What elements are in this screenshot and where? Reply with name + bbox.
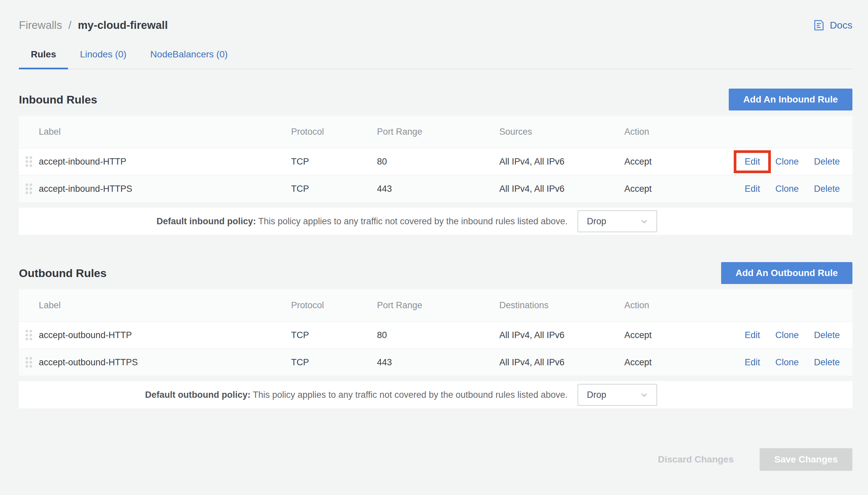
rule-port-range: 80 <box>377 157 499 167</box>
default-outbound-policy-description: This policy applies to any traffic not c… <box>253 390 568 400</box>
col-header-destinations: Destinations <box>499 300 624 310</box>
col-header-sources: Sources <box>499 127 624 137</box>
outbound-rules-section: Outbound Rules Add An Outbound Rule Labe… <box>19 262 852 408</box>
chevron-down-icon <box>639 390 649 400</box>
col-header-action: Action <box>624 300 729 310</box>
default-inbound-policy-label: Default inbound policy: <box>157 216 256 226</box>
clone-link[interactable]: Clone <box>775 157 799 167</box>
docs-link-label: Docs <box>830 20 852 31</box>
clone-link[interactable]: Clone <box>775 330 799 340</box>
rule-destinations: All IPv4, All IPv6 <box>499 357 624 368</box>
drag-handle-icon[interactable] <box>24 356 34 369</box>
table-row: accept-inbound-HTTPS TCP 443 All IPv4, A… <box>19 175 852 202</box>
tab-rules[interactable]: Rules <box>19 47 68 69</box>
inbound-rules-table: Label Protocol Port Range Sources Action… <box>19 116 852 202</box>
tab-bar: Rules Linodes (0) NodeBalancers (0) <box>19 47 852 69</box>
rule-label: accept-outbound-HTTPS <box>39 357 291 368</box>
default-outbound-policy-text: Default outbound policy: This policy app… <box>145 390 568 400</box>
outbound-rules-table: Label Protocol Port Range Destinations A… <box>19 289 852 376</box>
rule-action: Accept <box>624 184 729 194</box>
inbound-policy-selected-value: Drop <box>587 216 606 227</box>
table-header-row: Label Protocol Port Range Destinations A… <box>19 289 852 321</box>
col-header-protocol: Protocol <box>291 300 377 310</box>
table-row: accept-inbound-HTTP TCP 80 All IPv4, All… <box>19 148 852 175</box>
outbound-policy-selected-value: Drop <box>587 390 606 400</box>
rule-port-range: 443 <box>377 184 499 194</box>
clone-link[interactable]: Clone <box>775 184 799 194</box>
rule-label: accept-outbound-HTTP <box>39 330 291 340</box>
tab-linodes[interactable]: Linodes (0) <box>68 47 138 69</box>
add-inbound-rule-button[interactable]: Add An Inbound Rule <box>729 89 852 110</box>
default-outbound-policy-row: Default outbound policy: This policy app… <box>19 381 852 408</box>
delete-link[interactable]: Delete <box>814 184 840 194</box>
col-header-port-range: Port Range <box>377 127 499 137</box>
page-header: Firewalls / my-cloud-firewall Docs <box>19 19 852 32</box>
chevron-down-icon <box>639 216 649 226</box>
rule-action: Accept <box>624 330 729 340</box>
default-inbound-policy-description: This policy applies to any traffic not c… <box>258 216 568 226</box>
table-header-row: Label Protocol Port Range Sources Action <box>19 116 852 148</box>
col-header-port-range: Port Range <box>377 300 499 310</box>
table-row: accept-outbound-HTTPS TCP 443 All IPv4, … <box>19 348 852 376</box>
delete-link[interactable]: Delete <box>814 157 840 167</box>
rule-action: Accept <box>624 357 729 368</box>
rule-port-range: 443 <box>377 357 499 368</box>
outbound-policy-select[interactable]: Drop <box>578 384 657 406</box>
outbound-rules-title: Outbound Rules <box>19 267 106 280</box>
save-changes-button[interactable]: Save Changes <box>760 448 852 471</box>
rule-protocol: TCP <box>291 330 377 340</box>
col-header-protocol: Protocol <box>291 127 377 137</box>
rule-destinations: All IPv4, All IPv6 <box>499 330 624 340</box>
docs-icon <box>812 19 826 32</box>
col-header-action: Action <box>624 127 729 137</box>
rule-label: accept-inbound-HTTPS <box>39 184 291 194</box>
drag-handle-icon[interactable] <box>24 328 34 342</box>
rule-protocol: TCP <box>291 157 377 167</box>
default-inbound-policy-text: Default inbound policy: This policy appl… <box>157 216 568 227</box>
clone-link[interactable]: Clone <box>775 357 799 368</box>
default-inbound-policy-row: Default inbound policy: This policy appl… <box>19 208 852 235</box>
edit-link[interactable]: Edit <box>745 184 760 194</box>
tab-nodebalancers[interactable]: NodeBalancers (0) <box>138 47 240 69</box>
form-actions: Discard Changes Save Changes <box>19 448 852 471</box>
rule-sources: All IPv4, All IPv6 <box>499 184 624 194</box>
default-outbound-policy-label: Default outbound policy: <box>145 390 250 400</box>
rule-port-range: 80 <box>377 330 499 340</box>
add-outbound-rule-button[interactable]: Add An Outbound Rule <box>721 262 852 284</box>
discard-changes-button[interactable]: Discard Changes <box>658 454 734 465</box>
rule-protocol: TCP <box>291 184 377 194</box>
drag-handle-icon[interactable] <box>24 182 34 195</box>
page-title: my-cloud-firewall <box>78 19 168 31</box>
breadcrumb-firewalls-link[interactable]: Firewalls <box>19 19 62 31</box>
rule-sources: All IPv4, All IPv6 <box>499 157 624 167</box>
col-header-label: Label <box>39 127 291 137</box>
firewall-detail-page: Firewalls / my-cloud-firewall Docs Rules… <box>0 0 868 471</box>
edit-link[interactable]: Edit <box>745 330 760 340</box>
inbound-policy-select[interactable]: Drop <box>578 210 657 232</box>
delete-link[interactable]: Delete <box>814 357 840 368</box>
col-header-label: Label <box>39 300 291 310</box>
rule-action: Accept <box>624 157 729 167</box>
rule-label: accept-inbound-HTTP <box>39 157 291 167</box>
inbound-rules-section: Inbound Rules Add An Inbound Rule Label … <box>19 89 852 235</box>
edit-link[interactable]: Edit <box>745 357 760 368</box>
table-row: accept-outbound-HTTP TCP 80 All IPv4, Al… <box>19 321 852 348</box>
drag-handle-icon[interactable] <box>24 155 34 168</box>
breadcrumb-separator: / <box>68 19 71 31</box>
rule-protocol: TCP <box>291 357 377 368</box>
breadcrumb: Firewalls / my-cloud-firewall <box>19 19 168 32</box>
inbound-rules-title: Inbound Rules <box>19 93 97 106</box>
edit-link[interactable]: Edit <box>745 157 760 167</box>
docs-link[interactable]: Docs <box>812 19 852 32</box>
delete-link[interactable]: Delete <box>814 330 840 340</box>
